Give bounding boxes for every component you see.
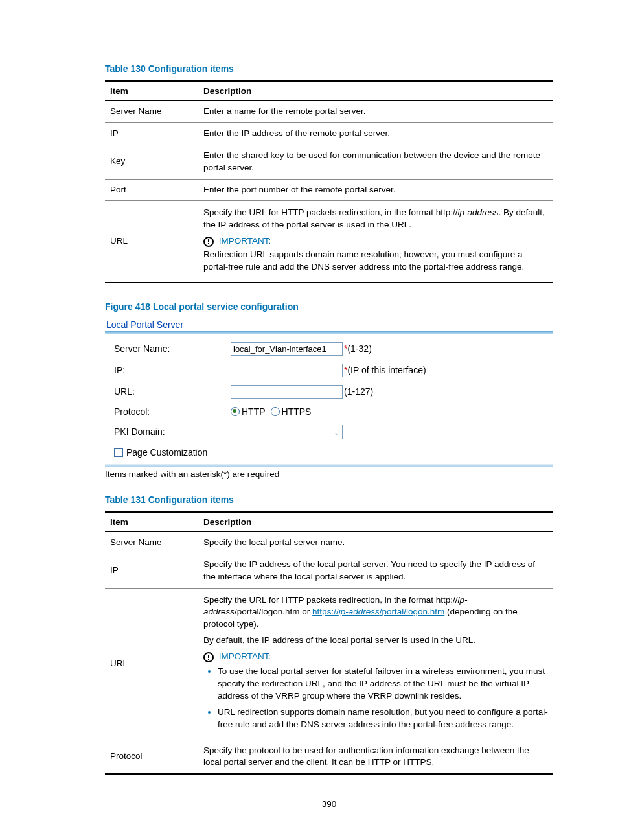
asterisk-footnote: Items marked with an asterisk(*) are req… <box>105 469 553 479</box>
pki-domain-select[interactable]: ⌄ <box>231 425 343 439</box>
ip-input[interactable] <box>231 364 343 377</box>
panel-title: Local Portal Server <box>105 318 553 331</box>
table-130: Item Description Server Name Enter a nam… <box>105 80 553 283</box>
protocol-label: Protocol: <box>114 406 231 417</box>
server-name-hint: (1-32) <box>347 344 371 354</box>
table-row: IP Enter the IP address of the remote po… <box>105 122 553 145</box>
list-item: URL redirection supports domain name res… <box>218 706 549 731</box>
page-customization-checkbox[interactable] <box>114 448 123 457</box>
important-icon <box>203 237 214 247</box>
table-row: Server Name Enter a name for the remote … <box>105 101 553 123</box>
chevron-down-icon: ⌄ <box>334 428 339 437</box>
pki-label: PKI Domain: <box>114 426 231 437</box>
table-row: Port Enter the port number of the remote… <box>105 179 553 201</box>
server-name-input[interactable] <box>231 342 343 356</box>
table-row: IP Specify the IP address of the local p… <box>105 554 553 588</box>
protocol-https-text: HTTPS <box>282 406 312 417</box>
ip-label: IP: <box>114 365 231 375</box>
url-desc-text: Specify the URL for HTTP packets redirec… <box>203 207 457 217</box>
ip-hint: (IP of this interface) <box>347 365 426 375</box>
table-131-title: Table 131 Configuration items <box>105 495 553 505</box>
url-input[interactable] <box>231 385 343 399</box>
protocol-http-radio[interactable] <box>231 407 240 416</box>
table-131: Item Description Server Name Specify the… <box>105 511 553 775</box>
https-logon-link[interactable]: https://ip-address/portal/logon.htm <box>312 607 444 616</box>
th-item: Item <box>105 81 198 101</box>
table-row: Server Name Specify the local portal ser… <box>105 531 553 554</box>
local-portal-panel: Local Portal Server Server Name: *(1-32)… <box>105 318 553 467</box>
url-hint: (1-127) <box>344 386 373 397</box>
table-row: Key Enter the shared key to be used for … <box>105 145 553 179</box>
figure-418-title: Figure 418 Local portal service configur… <box>105 301 553 312</box>
url-desc-ip: ip-address <box>457 207 498 217</box>
th-item: Item <box>105 512 198 532</box>
table-row: URL Specify the URL for HTTP packets red… <box>105 201 553 283</box>
url-label: URL: <box>114 386 231 397</box>
list-item: To use the local portal server for state… <box>218 666 549 703</box>
page-number: 390 <box>105 799 553 809</box>
table-130-title: Table 130 Configuration items <box>105 64 553 74</box>
important-label: IMPORTANT: <box>219 236 271 246</box>
th-desc: Description <box>198 81 553 101</box>
table-row: Protocol Specify the protocol to be used… <box>105 740 553 774</box>
table-row: URL Specify the URL for HTTP packets red… <box>105 588 553 740</box>
server-name-label: Server Name: <box>114 344 231 354</box>
url-important-text: Redirection URL supports domain name res… <box>203 249 549 274</box>
protocol-https-radio[interactable] <box>271 407 280 416</box>
important-label: IMPORTANT: <box>219 651 271 661</box>
protocol-http-text: HTTP <box>242 406 266 417</box>
important-icon <box>203 652 214 662</box>
th-desc: Description <box>198 512 553 532</box>
page-customization-label: Page Customization <box>126 447 207 458</box>
